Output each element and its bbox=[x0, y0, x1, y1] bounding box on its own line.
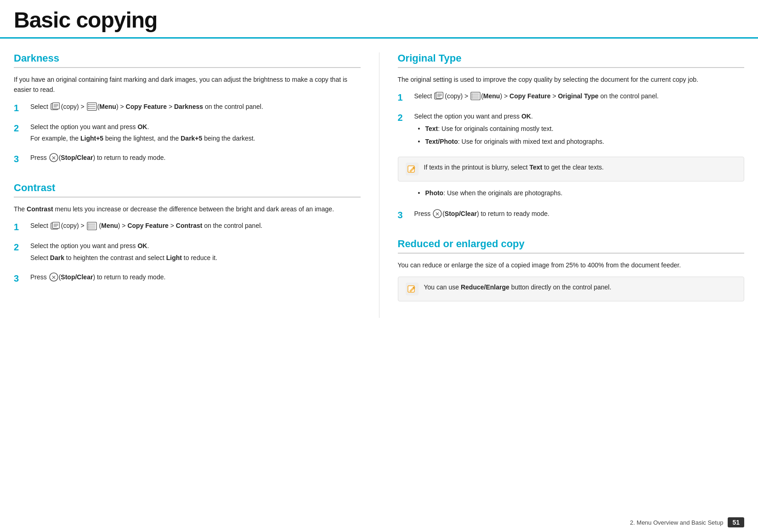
step-num: 3 bbox=[14, 272, 30, 285]
menu-icon bbox=[87, 102, 97, 111]
step-num: 1 bbox=[14, 102, 30, 114]
contrast-step-2: 2 Select the option you want and press O… bbox=[14, 241, 361, 264]
step-num: 3 bbox=[14, 153, 30, 165]
svg-point-11 bbox=[88, 108, 89, 109]
note-box-text: If texts in the printout is blurry, sele… bbox=[398, 157, 745, 181]
menu-icon bbox=[87, 221, 97, 231]
menu-icon bbox=[470, 91, 481, 101]
copy-icon bbox=[434, 91, 444, 101]
copy-icon bbox=[51, 102, 61, 111]
original-type-steps-cont: 2 • Photo: Use when the originals are ph… bbox=[398, 188, 745, 221]
note-text-content: If texts in the printout is blurry, sele… bbox=[424, 163, 604, 172]
svg-text:✕: ✕ bbox=[435, 211, 440, 217]
note-icon bbox=[406, 283, 419, 295]
darkness-step-2: 2 Select the option you want and press O… bbox=[14, 122, 361, 145]
note-box-reduce-enlarge: You can use Reduce/Enlarge button direct… bbox=[398, 277, 745, 301]
svg-point-23 bbox=[88, 223, 89, 224]
stop-clear-icon: ✕ bbox=[49, 272, 58, 282]
original-type-step-1: 1 Select (copy) > bbox=[398, 91, 745, 104]
contrast-step-1: 1 Select (copy) > bbox=[14, 221, 361, 233]
section-contrast: Contrast The Contrast menu lets you incr… bbox=[14, 182, 361, 285]
bullet-text: • Photo: Use when the originals are phot… bbox=[418, 188, 745, 198]
original-type-steps: 1 Select (copy) > bbox=[398, 91, 745, 149]
svg-point-37 bbox=[472, 94, 473, 95]
footer: 2. Menu Overview and Basic Setup 51 bbox=[0, 513, 758, 532]
reduced-copy-intro: You can reduce or enlarge the size of a … bbox=[398, 260, 745, 270]
step-num: 1 bbox=[398, 91, 414, 104]
darkness-step-1: 1 Select (copy) > bbox=[14, 102, 361, 114]
step-content: Select (copy) > bbox=[30, 102, 361, 112]
section-darkness: Darkness If you have an original contain… bbox=[14, 52, 361, 165]
step-content: Select the option you want and press OK.… bbox=[30, 122, 361, 145]
step-content: Select the option you want and press OK.… bbox=[414, 111, 745, 149]
svg-point-39 bbox=[472, 98, 473, 99]
original-type-step-2: 2 Select the option you want and press O… bbox=[398, 111, 745, 149]
step-content: • Photo: Use when the originals are phot… bbox=[414, 188, 745, 201]
contrast-intro: The Contrast menu lets you increase or d… bbox=[14, 204, 361, 214]
svg-text:✕: ✕ bbox=[51, 274, 56, 281]
darkness-steps: 1 Select (copy) > bbox=[14, 102, 361, 165]
contrast-steps: 1 Select (copy) > bbox=[14, 221, 361, 284]
step-num: 1 bbox=[14, 221, 30, 233]
svg-point-38 bbox=[472, 96, 473, 96]
step-num: 2 bbox=[398, 111, 414, 124]
page-title: Basic copying bbox=[14, 8, 744, 33]
darkness-step-3: 3 Press ✕ (Stop/Clear) to return to read… bbox=[14, 153, 361, 165]
content-area: Darkness If you have an original contain… bbox=[0, 39, 758, 327]
step-content: Select (copy) > bbox=[30, 221, 361, 231]
step-num: 2 bbox=[14, 241, 30, 254]
bullet-text: • Text: Use for originals containing mos… bbox=[418, 124, 745, 134]
step-num: 3 bbox=[398, 209, 414, 221]
section-original-type: Original Type The original setting is us… bbox=[398, 52, 745, 221]
contrast-step-3: 3 Press ✕ (Stop/Clear) to return to read… bbox=[14, 272, 361, 285]
note-icon bbox=[406, 163, 419, 175]
step-content: Press ✕ (Stop/Clear) to return to ready … bbox=[30, 153, 361, 163]
step-content: Press ✕ (Stop/Clear) to return to ready … bbox=[414, 209, 745, 219]
section-title-reduced-copy: Reduced or enlarged copy bbox=[398, 238, 745, 254]
footer-inner: 2. Menu Overview and Basic Setup 51 bbox=[630, 517, 744, 527]
stop-clear-icon: ✕ bbox=[49, 153, 58, 162]
original-type-step-2b: 2 • Photo: Use when the originals are ph… bbox=[398, 188, 745, 201]
svg-text:✕: ✕ bbox=[51, 155, 56, 161]
step-content: Press ✕ (Stop/Clear) to return to ready … bbox=[30, 272, 361, 282]
step-content: Select the option you want and press OK.… bbox=[30, 241, 361, 264]
footer-chapter: 2. Menu Overview and Basic Setup bbox=[630, 519, 723, 526]
darkness-intro: If you have an original containing faint… bbox=[14, 74, 361, 95]
svg-point-10 bbox=[88, 106, 89, 107]
right-column: Original Type The original setting is us… bbox=[379, 52, 745, 318]
copy-icon bbox=[51, 221, 61, 231]
bullet-text: • Text/Photo: Use for originals with mix… bbox=[418, 136, 745, 147]
svg-point-24 bbox=[88, 226, 89, 226]
pencil-icon bbox=[407, 164, 417, 174]
pencil-icon bbox=[407, 284, 417, 294]
section-title-darkness: Darkness bbox=[14, 52, 361, 68]
stop-clear-icon: ✕ bbox=[433, 209, 442, 218]
page-number-badge: 51 bbox=[728, 517, 744, 527]
svg-point-25 bbox=[88, 227, 89, 228]
section-title-original-type: Original Type bbox=[398, 52, 745, 68]
left-column: Darkness If you have an original contain… bbox=[14, 52, 379, 318]
note-text-content: You can use Reduce/Enlarge button direct… bbox=[424, 283, 611, 292]
section-reduced-copy: Reduced or enlarged copy You can reduce … bbox=[398, 238, 745, 301]
step-content: Select (copy) > bbox=[414, 91, 745, 101]
section-title-contrast: Contrast bbox=[14, 182, 361, 198]
svg-point-9 bbox=[88, 104, 89, 105]
step-num: 2 bbox=[14, 122, 30, 135]
original-type-step-3: 3 Press ✕ (Stop/Clear) to return to read… bbox=[398, 209, 745, 221]
page-header: Basic copying bbox=[0, 0, 758, 39]
original-type-intro: The original setting is used to improve … bbox=[398, 74, 745, 85]
